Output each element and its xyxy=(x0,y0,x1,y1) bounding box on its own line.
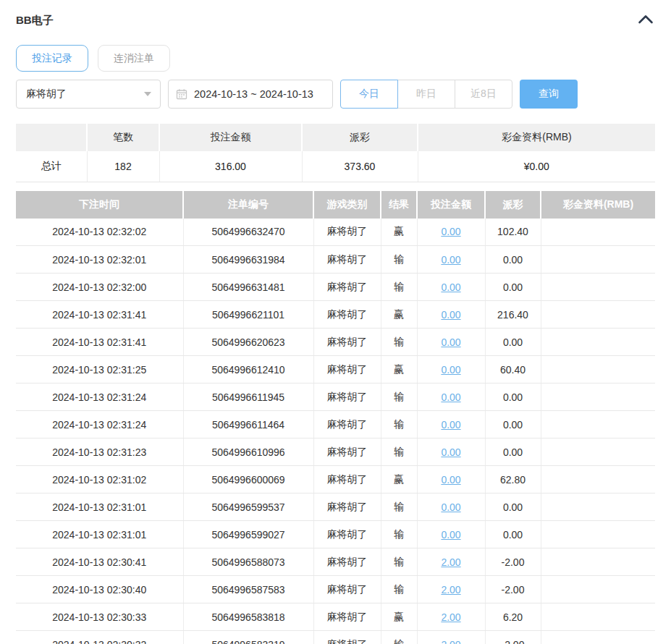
cell-game: 麻将胡了 xyxy=(313,631,381,644)
cell-result: 输 xyxy=(381,274,417,301)
header-order-id: 注单编号 xyxy=(183,191,313,219)
bet-amount-link[interactable]: 0.00 xyxy=(441,474,460,486)
cell-time: 2024-10-13 02:31:02 xyxy=(16,466,183,493)
cell-bonus xyxy=(541,384,655,411)
cell-result: 输 xyxy=(381,329,417,356)
cell-time: 2024-10-13 02:30:41 xyxy=(16,548,183,576)
cell-order-id: 5064996587583 xyxy=(183,576,313,603)
bet-amount-link[interactable]: 0.00 xyxy=(441,336,460,348)
cell-bonus xyxy=(541,411,655,438)
cell-game: 麻将胡了 xyxy=(313,576,381,603)
table-row: 2024-10-13 02:31:24 5064996611464 麻将胡了 输… xyxy=(16,411,655,438)
cell-bonus xyxy=(541,466,655,493)
table-row: 2024-10-13 02:31:24 5064996611945 麻将胡了 输… xyxy=(16,384,655,411)
cell-payout: -2.00 xyxy=(485,548,541,576)
game-select[interactable]: 麻将胡了 xyxy=(16,80,161,109)
yesterday-button[interactable]: 昨日 xyxy=(397,80,455,109)
bet-amount-link[interactable]: 0.00 xyxy=(441,419,460,431)
header-game-type: 游戏类别 xyxy=(313,191,381,219)
cell-payout: 0.00 xyxy=(485,438,541,466)
chevron-up-icon xyxy=(638,14,654,27)
cell-order-id: 5064996631984 xyxy=(183,246,313,274)
cell-time: 2024-10-13 02:32:01 xyxy=(16,246,183,274)
cell-bonus xyxy=(541,301,655,329)
cell-payout: 62.80 xyxy=(485,466,541,493)
bet-amount-link[interactable]: 0.00 xyxy=(441,446,460,458)
calendar-icon xyxy=(176,88,187,100)
collapse-button[interactable] xyxy=(636,12,655,28)
summary-header-row: 笔数 投注金额 派彩 彩金资料(RMB) xyxy=(16,124,655,151)
cell-game: 麻将胡了 xyxy=(313,301,381,329)
cell-time: 2024-10-13 02:31:23 xyxy=(16,438,183,466)
cell-payout: 0.00 xyxy=(485,329,541,356)
bet-table-body: 2024-10-13 02:32:02 5064996632470 麻将胡了 赢… xyxy=(16,219,655,644)
cell-result: 输 xyxy=(381,438,417,466)
bet-amount-link[interactable]: 0.00 xyxy=(441,529,460,541)
header-bonus: 彩金资料(RMB) xyxy=(541,191,655,219)
last-8-days-button[interactable]: 近8日 xyxy=(455,80,512,109)
bet-amount-link[interactable]: 0.00 xyxy=(441,281,460,293)
cell-payout: -2.00 xyxy=(485,631,541,644)
cell-result: 输 xyxy=(381,246,417,274)
date-range-picker[interactable]: 2024-10-13 ~ 2024-10-13 xyxy=(168,80,333,109)
table-row: 2024-10-13 02:31:41 5064996620623 麻将胡了 输… xyxy=(16,329,655,356)
bet-amount-link[interactable]: 2.00 xyxy=(441,611,460,623)
cell-result: 输 xyxy=(381,631,417,644)
bet-amount-link[interactable]: 0.00 xyxy=(441,501,460,513)
cell-result: 输 xyxy=(381,521,417,548)
cell-payout: 0.00 xyxy=(485,384,541,411)
cell-result: 赢 xyxy=(381,356,417,384)
bet-amount-link[interactable]: 2.00 xyxy=(441,584,460,596)
query-button[interactable]: 查询 xyxy=(520,80,578,109)
cell-result: 赢 xyxy=(381,603,417,631)
cell-time: 2024-10-13 02:30:40 xyxy=(16,576,183,603)
cell-order-id: 5064996631481 xyxy=(183,274,313,301)
bet-amount-link[interactable]: 0.00 xyxy=(441,309,460,321)
panel-header: BB电子 xyxy=(16,12,655,29)
table-row: 2024-10-13 02:30:40 5064996587583 麻将胡了 输… xyxy=(16,576,655,603)
tab-label: 连消注单 xyxy=(114,52,154,65)
cell-bonus xyxy=(541,576,655,603)
tab-bet-records[interactable]: 投注记录 xyxy=(16,45,88,72)
bet-amount-link[interactable]: 0.00 xyxy=(441,391,460,403)
record-type-tabs: 投注记录 连消注单 xyxy=(16,45,655,72)
cell-bonus xyxy=(541,219,655,246)
bet-amount-link[interactable]: 2.00 xyxy=(441,639,460,644)
cell-order-id: 5064996583818 xyxy=(183,603,313,631)
cell-bonus xyxy=(541,329,655,356)
cell-payout: 0.00 xyxy=(485,246,541,274)
today-button[interactable]: 今日 xyxy=(340,80,398,109)
tab-cancelled-orders[interactable]: 连消注单 xyxy=(98,45,170,72)
cell-game: 麻将胡了 xyxy=(313,548,381,576)
cell-result: 输 xyxy=(381,548,417,576)
bet-amount-link[interactable]: 2.00 xyxy=(441,556,460,568)
cell-bonus xyxy=(541,274,655,301)
cell-order-id: 5064996621101 xyxy=(183,301,313,329)
cell-result: 输 xyxy=(381,411,417,438)
bet-table: 下注时间 注单编号 游戏类别 结果 投注金额 派彩 彩金资料(RMB) 2024… xyxy=(16,191,655,644)
cell-payout: 216.40 xyxy=(485,301,541,329)
cell-order-id: 5064996632470 xyxy=(183,219,313,246)
cell-result: 赢 xyxy=(381,301,417,329)
bet-amount-link[interactable]: 0.00 xyxy=(441,254,460,266)
last-8-days-button-label: 近8日 xyxy=(470,88,497,101)
summary-total-payout: 373.60 xyxy=(302,151,418,182)
cell-payout: 0.00 xyxy=(485,411,541,438)
cell-game: 麻将胡了 xyxy=(313,356,381,384)
summary-header-bonus: 彩金资料(RMB) xyxy=(418,124,655,151)
cell-payout: 60.40 xyxy=(485,356,541,384)
cell-order-id: 5064996583319 xyxy=(183,631,313,644)
cell-bonus xyxy=(541,356,655,384)
cell-payout: 0.00 xyxy=(485,493,541,521)
cell-order-id: 5064996620623 xyxy=(183,329,313,356)
cell-payout: -2.00 xyxy=(485,576,541,603)
cell-result: 赢 xyxy=(381,219,417,246)
bet-amount-link[interactable]: 0.00 xyxy=(441,226,460,237)
cell-bonus xyxy=(541,493,655,521)
cell-game: 麻将胡了 xyxy=(313,493,381,521)
bet-amount-link[interactable]: 0.00 xyxy=(441,364,460,376)
header-bet-time: 下注时间 xyxy=(16,191,183,219)
summary-total-count: 182 xyxy=(87,151,159,182)
betting-records-panel: BB电子 投注记录 连消注单 麻将胡了 xyxy=(0,0,671,644)
summary-header-payout: 派彩 xyxy=(302,124,418,151)
